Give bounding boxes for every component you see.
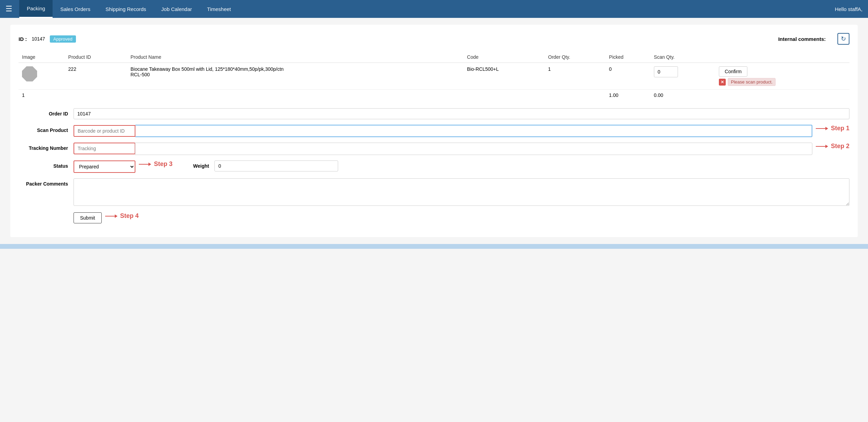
footer-count: 1 — [19, 90, 65, 102]
error-x-icon[interactable]: ✕ — [719, 79, 726, 86]
tracking-full-input[interactable] — [135, 143, 812, 155]
step1-label: Step 1 — [831, 125, 849, 132]
col-actions — [715, 52, 849, 63]
packer-comments-wrapper — [74, 178, 849, 207]
confirm-button[interactable]: Confirm — [719, 66, 747, 77]
packer-comments-label: Packer Comments — [19, 178, 74, 187]
id-row: ID : 10147 Approved Internal comments: ↻ — [19, 33, 849, 45]
scan-product-label: Scan Product — [19, 125, 74, 133]
status-label: Status — [19, 160, 74, 169]
weight-label: Weight — [193, 163, 209, 169]
scan-qty-input[interactable] — [654, 66, 678, 77]
step2-arrow: Step 2 — [816, 143, 849, 150]
refresh-button[interactable]: ↻ — [837, 33, 849, 45]
scan-product-wrapper — [74, 125, 812, 137]
packer-comments-textarea[interactable] — [74, 178, 849, 206]
error-message: Please scan product. — [728, 78, 776, 86]
bottom-bar — [0, 244, 868, 249]
navbar: ☰ Packing Sales Orders Shipping Records … — [0, 0, 868, 18]
cell-product-id: 222 — [65, 63, 127, 90]
tracking-number-row: Tracking Number Step 2 — [19, 143, 849, 155]
greeting: Hello staffA, — [835, 6, 863, 12]
tracking-number-input[interactable] — [74, 143, 135, 154]
error-row: ✕ Please scan product. — [719, 78, 846, 86]
nav-sales-orders[interactable]: Sales Orders — [53, 0, 98, 18]
step3-label: Step 3 — [154, 160, 173, 168]
order-id-wrapper — [74, 108, 849, 119]
step3-arrow: Step 3 — [139, 160, 173, 168]
footer-total-scan: 0.00 — [650, 90, 715, 102]
footer-total-qty: 1.00 — [605, 90, 650, 102]
col-image: Image — [19, 52, 65, 63]
internal-comments-label: Internal comments: — [778, 36, 826, 42]
cell-picked: 0 — [605, 63, 650, 90]
order-id-label: Order ID — [19, 108, 74, 116]
step4-label: Step 4 — [120, 212, 139, 220]
scan-product-full-input[interactable] — [135, 125, 812, 137]
step1-arrow: Step 1 — [816, 125, 849, 132]
order-id-row: Order ID — [19, 108, 849, 119]
nav-shipping-records[interactable]: Shipping Records — [98, 0, 154, 18]
order-id-input[interactable] — [74, 108, 849, 119]
step4-arrow: Step 4 — [105, 212, 139, 220]
scan-product-input[interactable] — [74, 125, 135, 137]
hamburger-icon[interactable]: ☰ — [5, 5, 12, 13]
cell-scan-qty — [650, 63, 715, 90]
packer-comments-row: Packer Comments — [19, 178, 849, 207]
cell-image — [19, 63, 65, 90]
col-picked: Picked — [605, 52, 650, 63]
submit-button[interactable]: Submit — [74, 212, 102, 223]
id-label: ID : — [19, 36, 27, 42]
weight-row: Weight — [173, 160, 338, 171]
scan-product-row: Scan Product Step 1 — [19, 125, 849, 137]
submit-row: Submit Step 4 — [19, 212, 849, 223]
product-table: Image Product ID Product Name Code Order… — [19, 52, 849, 101]
col-scan-qty: Scan Qty. — [650, 52, 715, 63]
nav-packing[interactable]: Packing — [19, 0, 53, 18]
col-product-id: Product ID — [65, 52, 127, 63]
step2-label: Step 2 — [831, 143, 849, 150]
id-value: 10147 — [32, 36, 45, 42]
nav-timesheet[interactable]: Timesheet — [200, 0, 238, 18]
packing-form: Order ID Scan Product Step 1 Tracking Nu… — [19, 108, 849, 223]
col-order-qty: Order Qty. — [545, 52, 605, 63]
submit-spacer — [19, 212, 74, 215]
main-content: ID : 10147 Approved Internal comments: ↻… — [10, 25, 858, 237]
table-row: 222 Biocane Takeaway Box 500ml with Lid,… — [19, 63, 849, 90]
table-footer-row: 1 1.00 0.00 — [19, 90, 849, 102]
cell-code: Bio-RCL500+L — [464, 63, 545, 90]
weight-input[interactable] — [214, 160, 338, 171]
approved-badge: Approved — [50, 35, 76, 43]
col-code: Code — [464, 52, 545, 63]
cell-confirm: Confirm ✕ Please scan product. — [715, 63, 849, 90]
nav-job-calendar[interactable]: Job Calendar — [154, 0, 199, 18]
status-row: Status Prepared Shipped Delivered Step 3… — [19, 160, 849, 173]
tracking-number-label: Tracking Number — [19, 143, 74, 151]
cell-product-name: Biocane Takeaway Box 500ml with Lid, 125… — [127, 63, 464, 90]
col-product-name: Product Name — [127, 52, 464, 63]
status-select[interactable]: Prepared Shipped Delivered — [74, 160, 135, 173]
cell-order-qty: 1 — [545, 63, 605, 90]
